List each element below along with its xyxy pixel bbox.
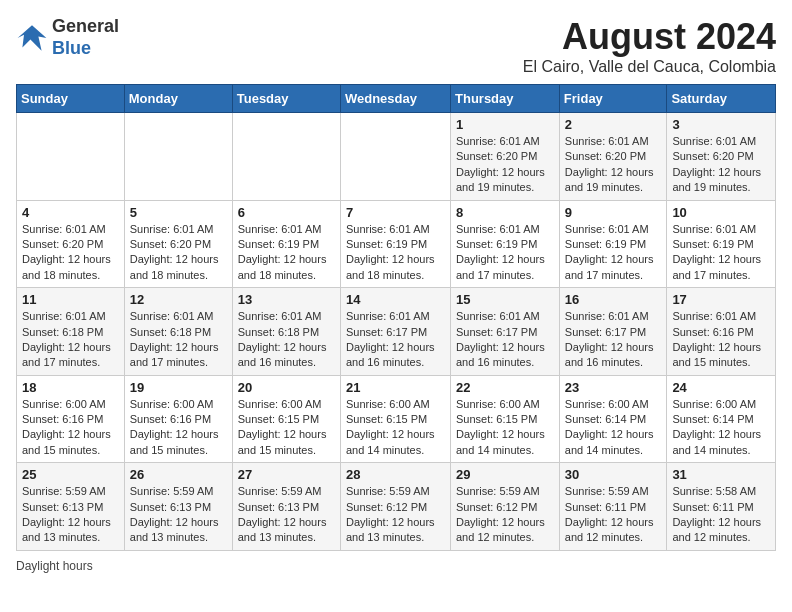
day-info: Sunrise: 6:01 AM Sunset: 6:19 PM Dayligh… xyxy=(565,222,662,284)
calendar-cell: 20Sunrise: 6:00 AM Sunset: 6:15 PM Dayli… xyxy=(232,375,340,463)
calendar-header-sunday: Sunday xyxy=(17,85,125,113)
calendar-table: SundayMondayTuesdayWednesdayThursdayFrid… xyxy=(16,84,776,551)
calendar-cell: 22Sunrise: 6:00 AM Sunset: 6:15 PM Dayli… xyxy=(451,375,560,463)
calendar-cell: 12Sunrise: 6:01 AM Sunset: 6:18 PM Dayli… xyxy=(124,288,232,376)
day-number: 9 xyxy=(565,205,662,220)
calendar-cell: 11Sunrise: 6:01 AM Sunset: 6:18 PM Dayli… xyxy=(17,288,125,376)
day-number: 4 xyxy=(22,205,119,220)
day-number: 1 xyxy=(456,117,554,132)
calendar-cell: 15Sunrise: 6:01 AM Sunset: 6:17 PM Dayli… xyxy=(451,288,560,376)
calendar-header-friday: Friday xyxy=(559,85,667,113)
day-info: Sunrise: 6:00 AM Sunset: 6:16 PM Dayligh… xyxy=(22,397,119,459)
calendar-cell: 24Sunrise: 6:00 AM Sunset: 6:14 PM Dayli… xyxy=(667,375,776,463)
day-info: Sunrise: 6:00 AM Sunset: 6:15 PM Dayligh… xyxy=(456,397,554,459)
day-info: Sunrise: 5:59 AM Sunset: 6:13 PM Dayligh… xyxy=(130,484,227,546)
day-info: Sunrise: 5:59 AM Sunset: 6:13 PM Dayligh… xyxy=(22,484,119,546)
day-info: Sunrise: 6:01 AM Sunset: 6:20 PM Dayligh… xyxy=(130,222,227,284)
calendar-cell: 25Sunrise: 5:59 AM Sunset: 6:13 PM Dayli… xyxy=(17,463,125,551)
calendar-week-row: 11Sunrise: 6:01 AM Sunset: 6:18 PM Dayli… xyxy=(17,288,776,376)
day-number: 19 xyxy=(130,380,227,395)
calendar-cell: 1Sunrise: 6:01 AM Sunset: 6:20 PM Daylig… xyxy=(451,113,560,201)
day-number: 28 xyxy=(346,467,445,482)
day-info: Sunrise: 6:01 AM Sunset: 6:19 PM Dayligh… xyxy=(346,222,445,284)
day-number: 29 xyxy=(456,467,554,482)
day-info: Sunrise: 6:01 AM Sunset: 6:19 PM Dayligh… xyxy=(456,222,554,284)
page-subtitle: El Cairo, Valle del Cauca, Colombia xyxy=(523,58,776,76)
calendar-cell xyxy=(17,113,125,201)
calendar-cell: 29Sunrise: 5:59 AM Sunset: 6:12 PM Dayli… xyxy=(451,463,560,551)
day-info: Sunrise: 5:58 AM Sunset: 6:11 PM Dayligh… xyxy=(672,484,770,546)
calendar-cell: 16Sunrise: 6:01 AM Sunset: 6:17 PM Dayli… xyxy=(559,288,667,376)
day-number: 6 xyxy=(238,205,335,220)
calendar-header-saturday: Saturday xyxy=(667,85,776,113)
calendar-header-tuesday: Tuesday xyxy=(232,85,340,113)
day-number: 16 xyxy=(565,292,662,307)
logo-text: General Blue xyxy=(52,16,119,59)
day-info: Sunrise: 6:01 AM Sunset: 6:18 PM Dayligh… xyxy=(238,309,335,371)
day-number: 31 xyxy=(672,467,770,482)
day-info: Sunrise: 5:59 AM Sunset: 6:12 PM Dayligh… xyxy=(456,484,554,546)
calendar-cell: 14Sunrise: 6:01 AM Sunset: 6:17 PM Dayli… xyxy=(340,288,450,376)
day-info: Sunrise: 6:01 AM Sunset: 6:17 PM Dayligh… xyxy=(456,309,554,371)
day-number: 21 xyxy=(346,380,445,395)
calendar-cell: 26Sunrise: 5:59 AM Sunset: 6:13 PM Dayli… xyxy=(124,463,232,551)
calendar-cell: 9Sunrise: 6:01 AM Sunset: 6:19 PM Daylig… xyxy=(559,200,667,288)
day-info: Sunrise: 5:59 AM Sunset: 6:12 PM Dayligh… xyxy=(346,484,445,546)
day-number: 23 xyxy=(565,380,662,395)
calendar-cell xyxy=(232,113,340,201)
svg-marker-0 xyxy=(18,25,47,51)
day-info: Sunrise: 6:00 AM Sunset: 6:14 PM Dayligh… xyxy=(672,397,770,459)
page-header: General Blue August 2024 El Cairo, Valle… xyxy=(16,16,776,76)
footer: Daylight hours xyxy=(16,559,776,573)
day-info: Sunrise: 6:01 AM Sunset: 6:20 PM Dayligh… xyxy=(22,222,119,284)
day-info: Sunrise: 6:01 AM Sunset: 6:18 PM Dayligh… xyxy=(130,309,227,371)
calendar-cell xyxy=(340,113,450,201)
day-number: 27 xyxy=(238,467,335,482)
calendar-header-monday: Monday xyxy=(124,85,232,113)
day-info: Sunrise: 6:01 AM Sunset: 6:17 PM Dayligh… xyxy=(346,309,445,371)
day-number: 11 xyxy=(22,292,119,307)
day-number: 12 xyxy=(130,292,227,307)
calendar-cell: 4Sunrise: 6:01 AM Sunset: 6:20 PM Daylig… xyxy=(17,200,125,288)
day-number: 13 xyxy=(238,292,335,307)
day-number: 7 xyxy=(346,205,445,220)
day-info: Sunrise: 5:59 AM Sunset: 6:11 PM Dayligh… xyxy=(565,484,662,546)
logo-blue: Blue xyxy=(52,38,91,58)
logo-icon xyxy=(16,22,48,54)
day-info: Sunrise: 6:00 AM Sunset: 6:15 PM Dayligh… xyxy=(238,397,335,459)
day-info: Sunrise: 6:01 AM Sunset: 6:19 PM Dayligh… xyxy=(672,222,770,284)
calendar-week-row: 1Sunrise: 6:01 AM Sunset: 6:20 PM Daylig… xyxy=(17,113,776,201)
calendar-cell: 17Sunrise: 6:01 AM Sunset: 6:16 PM Dayli… xyxy=(667,288,776,376)
calendar-cell: 13Sunrise: 6:01 AM Sunset: 6:18 PM Dayli… xyxy=(232,288,340,376)
day-number: 8 xyxy=(456,205,554,220)
logo-general: General xyxy=(52,16,119,36)
footer-label: Daylight hours xyxy=(16,559,93,573)
day-number: 17 xyxy=(672,292,770,307)
day-number: 25 xyxy=(22,467,119,482)
day-info: Sunrise: 6:01 AM Sunset: 6:17 PM Dayligh… xyxy=(565,309,662,371)
calendar-cell: 5Sunrise: 6:01 AM Sunset: 6:20 PM Daylig… xyxy=(124,200,232,288)
page-title: August 2024 xyxy=(523,16,776,58)
calendar-header-thursday: Thursday xyxy=(451,85,560,113)
calendar-cell: 8Sunrise: 6:01 AM Sunset: 6:19 PM Daylig… xyxy=(451,200,560,288)
calendar-cell: 2Sunrise: 6:01 AM Sunset: 6:20 PM Daylig… xyxy=(559,113,667,201)
calendar-cell: 27Sunrise: 5:59 AM Sunset: 6:13 PM Dayli… xyxy=(232,463,340,551)
calendar-cell: 30Sunrise: 5:59 AM Sunset: 6:11 PM Dayli… xyxy=(559,463,667,551)
calendar-cell: 21Sunrise: 6:00 AM Sunset: 6:15 PM Dayli… xyxy=(340,375,450,463)
calendar-cell: 18Sunrise: 6:00 AM Sunset: 6:16 PM Dayli… xyxy=(17,375,125,463)
calendar-cell: 7Sunrise: 6:01 AM Sunset: 6:19 PM Daylig… xyxy=(340,200,450,288)
calendar-header-row: SundayMondayTuesdayWednesdayThursdayFrid… xyxy=(17,85,776,113)
day-number: 15 xyxy=(456,292,554,307)
day-info: Sunrise: 6:01 AM Sunset: 6:16 PM Dayligh… xyxy=(672,309,770,371)
day-number: 26 xyxy=(130,467,227,482)
day-number: 30 xyxy=(565,467,662,482)
day-info: Sunrise: 6:01 AM Sunset: 6:20 PM Dayligh… xyxy=(565,134,662,196)
calendar-cell: 6Sunrise: 6:01 AM Sunset: 6:19 PM Daylig… xyxy=(232,200,340,288)
calendar-cell: 23Sunrise: 6:00 AM Sunset: 6:14 PM Dayli… xyxy=(559,375,667,463)
calendar-cell: 31Sunrise: 5:58 AM Sunset: 6:11 PM Dayli… xyxy=(667,463,776,551)
calendar-header-wednesday: Wednesday xyxy=(340,85,450,113)
calendar-cell: 10Sunrise: 6:01 AM Sunset: 6:19 PM Dayli… xyxy=(667,200,776,288)
day-number: 20 xyxy=(238,380,335,395)
calendar-cell: 28Sunrise: 5:59 AM Sunset: 6:12 PM Dayli… xyxy=(340,463,450,551)
day-number: 3 xyxy=(672,117,770,132)
